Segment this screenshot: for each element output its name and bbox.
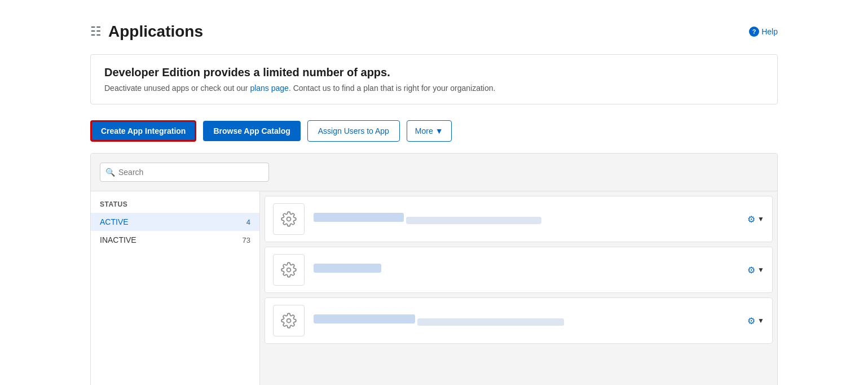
app-settings-icon[interactable]: ⚙ — [747, 316, 755, 326]
more-button[interactable]: More ▼ — [407, 120, 452, 142]
app-info — [314, 264, 747, 277]
help-circle-icon: ? — [749, 27, 759, 37]
sidebar-item-active[interactable]: ACTIVE 4 — [91, 213, 259, 231]
assign-users-to-app-button[interactable]: Assign Users to App — [307, 120, 400, 142]
search-input[interactable] — [100, 163, 269, 182]
app-name — [314, 264, 381, 273]
chevron-down-icon: ▼ — [435, 126, 443, 135]
sidebar-section-title: STATUS — [91, 200, 259, 213]
search-input-wrap: 🔍 — [100, 163, 269, 182]
app-info — [314, 314, 747, 327]
app-chevron-down-icon[interactable]: ▼ — [757, 266, 764, 274]
sidebar-active-label: ACTIVE — [100, 217, 129, 226]
page-container: ☷ Applications ? Help Developer Edition … — [0, 0, 868, 385]
app-info — [314, 213, 747, 226]
banner-heading: Developer Edition provides a limited num… — [104, 66, 764, 79]
banner-body: Deactivate unused apps or check out our … — [104, 84, 764, 93]
apps-list: ⚙ ▼ — [260, 191, 777, 385]
info-banner: Developer Edition provides a limited num… — [90, 54, 778, 104]
action-bar: Create App Integration Browse App Catalo… — [90, 120, 778, 142]
help-link[interactable]: ? Help — [749, 27, 778, 37]
plans-page-link[interactable]: plans page — [250, 84, 289, 93]
sidebar-active-count: 4 — [246, 218, 250, 226]
filter-sidebar: STATUS ACTIVE 4 INACTIVE 73 — [91, 191, 260, 385]
app-gear-icon — [281, 211, 297, 227]
app-chevron-down-icon[interactable]: ▼ — [757, 317, 764, 325]
svg-point-1 — [287, 268, 291, 272]
browse-app-catalog-button[interactable]: Browse App Catalog — [203, 121, 300, 141]
help-label: Help — [761, 27, 778, 36]
app-gear-icon — [281, 313, 297, 329]
app-name — [314, 314, 415, 323]
app-gear-icon — [281, 262, 297, 278]
sidebar-item-inactive[interactable]: INACTIVE 73 — [91, 231, 259, 249]
app-desc — [406, 217, 541, 224]
search-bar: 🔍 — [91, 154, 777, 191]
panel-body: STATUS ACTIVE 4 INACTIVE 73 — [91, 191, 777, 385]
content-panel: 🔍 STATUS ACTIVE 4 INACTIVE 73 — [90, 153, 778, 385]
banner-body-text: Deactivate unused apps or check out our — [104, 84, 250, 93]
app-settings-icon[interactable]: ⚙ — [747, 265, 755, 275]
search-icon: 🔍 — [105, 168, 115, 177]
app-icon-box — [273, 254, 305, 286]
page-title: Applications — [108, 23, 203, 41]
app-icon-box — [273, 203, 305, 235]
more-label: More — [415, 126, 433, 135]
app-settings-icon[interactable]: ⚙ — [747, 214, 755, 225]
sidebar-inactive-label: INACTIVE — [100, 235, 136, 244]
app-desc — [417, 318, 564, 326]
svg-point-0 — [287, 217, 291, 221]
page-header: ☷ Applications ? Help — [90, 23, 778, 41]
app-icon-box — [273, 305, 305, 336]
app-chevron-down-icon[interactable]: ▼ — [757, 215, 764, 223]
app-actions: ⚙ ▼ — [747, 316, 764, 326]
svg-point-2 — [287, 319, 291, 323]
assign-users-label: Assign Users to App — [318, 126, 389, 135]
banner-body-text2: . Contact us to find a plan that is righ… — [289, 84, 496, 93]
app-actions: ⚙ ▼ — [747, 214, 764, 225]
grid-icon: ☷ — [90, 25, 102, 38]
sidebar-inactive-count: 73 — [243, 236, 250, 244]
page-title-area: ☷ Applications — [90, 23, 203, 41]
app-row: ⚙ ▼ — [265, 298, 773, 344]
app-actions: ⚙ ▼ — [747, 265, 764, 275]
create-app-integration-button[interactable]: Create App Integration — [90, 120, 196, 142]
app-name — [314, 213, 404, 222]
app-row: ⚙ ▼ — [265, 247, 773, 293]
app-row: ⚙ ▼ — [265, 196, 773, 242]
